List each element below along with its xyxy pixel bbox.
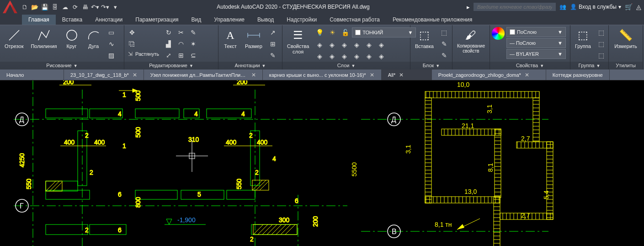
matchprops-button[interactable]: 🖌 Копирование свойств — [454, 27, 488, 54]
panel-title-draw[interactable]: Рисование▼ — [0, 62, 124, 70]
group-select-tool[interactable]: ⬚ — [596, 50, 607, 61]
group-button[interactable]: ⬚ Группа — [572, 27, 594, 50]
layer-tool-1[interactable]: ◈ — [314, 39, 325, 50]
qat-undo-icon[interactable]: ↶▾ — [90, 2, 100, 11]
doctab-5[interactable]: Proekt_zagorodnogo_zhilogo_doma*✕ — [432, 70, 546, 80]
rect-tool[interactable]: ▭ — [106, 27, 117, 38]
tab-home[interactable]: Главная — [22, 15, 56, 25]
layer-tool-3[interactable]: ◈ — [338, 39, 350, 50]
block-edit-tool[interactable]: ✎ — [438, 38, 450, 49]
lineweight-combo[interactable]: — ПоСлою▼ — [506, 38, 566, 48]
tab-collab[interactable]: Совместная работа — [323, 15, 386, 25]
tab-manage[interactable]: Управление — [208, 15, 251, 25]
arc-tool[interactable]: Дуга — [84, 27, 104, 50]
layer-tool-9[interactable]: ◈ — [338, 51, 350, 62]
layer-combo[interactable]: ТОНКИЙ▼ — [352, 27, 416, 37]
block-create-tool[interactable]: ⬚ — [438, 27, 450, 38]
doctab-4[interactable]: All*✕ — [382, 70, 432, 80]
insert-block-button[interactable]: ⬚ Вставка — [412, 27, 436, 50]
doctab-1[interactable]: 23_10_17_dwg_c_118_b*✕ — [64, 70, 144, 80]
panel-title-group[interactable]: Группа▼ — [570, 62, 608, 70]
scale-tool[interactable]: ⤢ — [163, 50, 175, 61]
doctab-2[interactable]: Узел понижения дл...РампыТактилПлиты*✕ — [144, 70, 263, 80]
doctab-6[interactable]: Коттедж разноуровне — [546, 70, 610, 80]
mtext-tool[interactable]: ✎ — [267, 50, 279, 61]
copy-tool[interactable]: ⿻ — [126, 38, 138, 49]
tab-addins[interactable]: Надстройки — [280, 15, 323, 25]
layer-tool-8[interactable]: ◈ — [326, 51, 338, 62]
doctab-3[interactable]: карниз крыши с выно... с уклоном 10-16)*… — [263, 70, 382, 80]
text-tool[interactable]: A Текст — [220, 27, 240, 50]
panel-title-annot[interactable]: Аннотации▼ — [218, 62, 282, 70]
tab-view[interactable]: Вид — [185, 15, 208, 25]
close-icon[interactable]: ✕ — [251, 72, 256, 78]
cart-icon[interactable]: 🛒 — [625, 3, 633, 11]
rotate-tool[interactable]: ↻ — [163, 27, 175, 38]
qat-sync-icon[interactable]: ⟳ — [70, 2, 80, 11]
layer-tool-11[interactable]: ◈ — [363, 51, 375, 62]
layer-tool-5[interactable]: ◈ — [363, 39, 375, 50]
layer-tool-2[interactable]: ◈ — [326, 39, 338, 50]
panel-title-block[interactable]: Блок▼ — [410, 62, 452, 70]
close-icon[interactable]: ✕ — [133, 72, 137, 78]
stretch-tool[interactable]: ⇲ Растянуть — [126, 50, 161, 58]
ungroup-tool[interactable]: ⬚ — [596, 27, 607, 38]
mirror-tool[interactable]: ▟ — [163, 38, 175, 49]
color-combo[interactable]: ПоСлою▼ — [506, 27, 566, 37]
measure-button[interactable]: 📏 Измерить — [612, 27, 640, 50]
circle-tool[interactable]: Круг — [62, 27, 82, 50]
tab-insert[interactable]: Вставка — [56, 15, 89, 25]
signin-button[interactable]: 👤 Вход в службы ▾ — [570, 4, 621, 10]
hatch-tool[interactable]: ▨ — [106, 50, 117, 61]
move-tool[interactable]: ✥ — [126, 27, 138, 38]
app-logo[interactable] — [3, 0, 17, 13]
layer-tool-10[interactable]: ◈ — [351, 51, 362, 62]
info-icon[interactable]: ▸ — [467, 4, 470, 11]
layer-tool-4[interactable]: ◈ — [351, 39, 362, 50]
leader-tool[interactable]: ↗ — [267, 27, 279, 38]
close-icon[interactable]: ✕ — [525, 72, 529, 78]
erase-tool[interactable]: ✎ — [187, 27, 199, 38]
linetype-combo[interactable]: — BYLAYER▼ — [506, 49, 566, 59]
share-icon[interactable]: 👥 — [559, 4, 566, 10]
polyline-tool[interactable]: Полилиния — [28, 27, 59, 50]
dimension-tool[interactable]: Размер — [242, 27, 265, 50]
group-edit-tool[interactable]: ⬚ — [596, 38, 607, 49]
autodesk-icon[interactable]: ◬ — [636, 3, 641, 11]
trim-tool[interactable]: ✂ — [175, 27, 187, 38]
fillet-tool[interactable]: ◠ — [175, 38, 187, 49]
layer-tool-6[interactable]: ◈ — [375, 39, 387, 50]
panel-title-layers[interactable]: Слои▼ — [282, 62, 410, 70]
layer-properties-button[interactable]: ☰ Свойства слоя — [284, 27, 312, 55]
table-tool[interactable]: ⊞ — [267, 38, 279, 49]
qat-dropdown-icon[interactable]: ▾ — [111, 2, 120, 11]
layer-sun-icon[interactable]: ☀ — [326, 27, 338, 38]
close-icon[interactable]: ✕ — [370, 72, 374, 78]
qat-print-icon[interactable]: 🖶 — [80, 2, 90, 11]
qat-save-icon[interactable]: 💾 — [40, 2, 49, 11]
array-tool[interactable]: ⊞ — [175, 50, 187, 61]
qat-redo-icon[interactable]: ↷▾ — [101, 2, 110, 11]
layer-tool-12[interactable]: ◈ — [375, 51, 387, 62]
tab-output[interactable]: Вывод — [251, 15, 280, 25]
layer-tool-7[interactable]: ◈ — [314, 51, 325, 62]
panel-title-props[interactable]: Свойства▼ — [490, 62, 570, 70]
qat-open-icon[interactable]: 📂 — [30, 2, 39, 11]
layer-lock-icon[interactable]: 🔓 — [339, 27, 351, 38]
tab-parametric[interactable]: Параметризация — [129, 15, 185, 25]
tab-recommended[interactable]: Рекомендованные приложения — [386, 15, 479, 25]
offset-tool[interactable]: ⊆ — [187, 50, 199, 61]
close-icon[interactable]: ✕ — [399, 72, 404, 78]
layer-bulb-icon[interactable]: 💡 — [314, 27, 325, 38]
search-input[interactable] — [474, 3, 556, 11]
panel-title-edit[interactable]: Редактирование▼ — [124, 62, 218, 70]
panel-title-util[interactable]: Утилиты — [609, 62, 643, 70]
drawing-canvas[interactable]: Д Г 200 200 1 500 500 4 4 4 2 2 310 4004… — [0, 80, 644, 246]
tab-annotate[interactable]: Аннотации — [89, 15, 129, 25]
spline-tool[interactable]: ∿ — [106, 38, 117, 49]
qat-cloud-icon[interactable]: ☁ — [60, 2, 69, 11]
qat-saveall-icon[interactable]: 🗄 — [50, 2, 59, 11]
color-wheel-icon[interactable] — [492, 27, 505, 40]
explode-tool[interactable]: ✶ — [187, 38, 199, 49]
qat-new-icon[interactable]: 🗋 — [20, 2, 29, 11]
